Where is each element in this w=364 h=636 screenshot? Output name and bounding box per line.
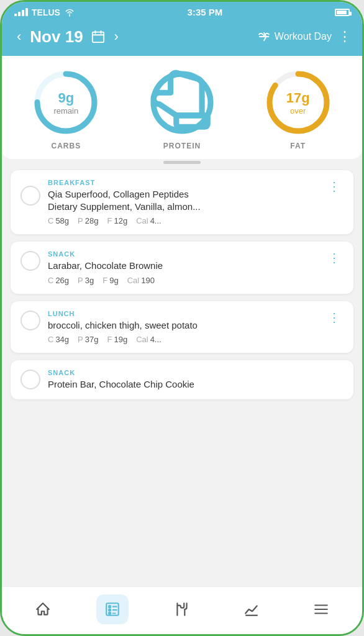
header-nav: ‹ Nov 19 › Workout Day ⋮ bbox=[2, 21, 362, 56]
current-date: Nov 19 bbox=[30, 27, 83, 47]
log-icon bbox=[104, 601, 121, 617]
lunch-card: LUNCH broccoli, chicken thigh, sweet pot… bbox=[11, 301, 353, 353]
battery-icon bbox=[335, 9, 350, 16]
breakfast-info: BREAKFAST Qia Superfood, Collagen Peptid… bbox=[48, 179, 318, 212]
breakfast-type: BREAKFAST bbox=[48, 179, 318, 186]
workout-day-text: Workout Day bbox=[275, 31, 332, 42]
breakfast-fat: F 12g bbox=[107, 216, 127, 225]
svg-point-0 bbox=[69, 15, 70, 16]
next-day-button[interactable]: › bbox=[109, 26, 124, 47]
prev-day-button[interactable]: ‹ bbox=[12, 26, 26, 47]
snack1-protein: P 3g bbox=[78, 276, 94, 285]
workout-day-label: Workout Day bbox=[257, 31, 332, 42]
lunch-menu-button[interactable]: ⋮ bbox=[325, 310, 344, 325]
svg-point-10 bbox=[109, 609, 111, 611]
lunch-name: broccoli, chicken thigh, sweet potato bbox=[48, 319, 318, 332]
breakfast-macros: C 58g P 28g F 12g Cal 4... bbox=[20, 216, 344, 225]
carbs-value-inner: 9g remain bbox=[53, 90, 78, 116]
phone-frame: TELUS 3:35 PM ‹ Nov 19 › bbox=[0, 0, 364, 636]
bottom-nav bbox=[2, 586, 362, 634]
carbs-macro: 9g remain CARBS bbox=[32, 68, 100, 150]
signal-bars bbox=[14, 8, 28, 16]
food-icon bbox=[174, 601, 190, 617]
progress-nav-button[interactable] bbox=[235, 594, 268, 624]
snack2-check[interactable] bbox=[20, 370, 40, 389]
wifi-icon bbox=[64, 8, 75, 17]
snack1-macros: C 26g P 3g F 9g Cal 190 bbox=[20, 276, 344, 285]
breakfast-menu-button[interactable]: ⋮ bbox=[325, 179, 344, 194]
carrier-label: TELUS bbox=[32, 7, 60, 17]
snack1-type: SNACK bbox=[48, 250, 318, 258]
breakfast-protein: P 28g bbox=[78, 216, 98, 225]
carbs-sub: remain bbox=[53, 106, 78, 116]
snack1-cal: Cal 190 bbox=[127, 276, 155, 285]
protein-label: PROTEIN bbox=[163, 142, 201, 150]
protein-macro: PROTEIN bbox=[148, 68, 216, 150]
more-menu-button[interactable]: ⋮ bbox=[338, 29, 352, 45]
lunch-type: LUNCH bbox=[48, 310, 318, 317]
breakfast-cal: Cal 4... bbox=[136, 216, 162, 225]
carbs-label: CARBS bbox=[51, 142, 81, 150]
lunch-macros: C 34g P 37g F 19g Cal 4... bbox=[20, 335, 344, 344]
signal-bar-1 bbox=[14, 14, 17, 16]
snack1-carbs: C 26g bbox=[48, 276, 69, 285]
carbs-value: 9g bbox=[53, 90, 78, 106]
status-left: TELUS bbox=[14, 7, 75, 17]
snack1-card: SNACK Larabar, Chocolate Brownie ⋮ C 26g… bbox=[11, 242, 353, 294]
snack1-header: SNACK Larabar, Chocolate Brownie ⋮ bbox=[20, 250, 344, 272]
carbs-circle: 9g remain bbox=[32, 68, 100, 137]
thumbs-up-icon bbox=[148, 67, 216, 135]
lunch-header: LUNCH broccoli, chicken thigh, sweet pot… bbox=[20, 310, 344, 332]
lunch-protein: P 37g bbox=[78, 335, 98, 344]
snack1-menu-button[interactable]: ⋮ bbox=[325, 250, 344, 265]
fat-value: 17g bbox=[286, 90, 310, 106]
snack2-name: Protein Bar, Chocolate Chip Cookie bbox=[48, 378, 344, 391]
log-nav-button[interactable] bbox=[96, 594, 129, 624]
fat-circle: 17g over bbox=[264, 68, 332, 137]
breakfast-name: Qia Superfood, Collagen PeptidesDietary … bbox=[48, 188, 318, 212]
snack1-info: SNACK Larabar, Chocolate Brownie bbox=[48, 250, 318, 272]
lunch-info: LUNCH broccoli, chicken thigh, sweet pot… bbox=[48, 310, 318, 332]
home-nav-button[interactable] bbox=[27, 594, 59, 624]
progress-icon bbox=[243, 601, 260, 617]
svg-point-11 bbox=[109, 612, 111, 614]
home-icon bbox=[35, 601, 51, 617]
lunch-cal: Cal 4... bbox=[136, 335, 162, 344]
breakfast-header: BREAKFAST Qia Superfood, Collagen Peptid… bbox=[20, 179, 344, 212]
snack1-check[interactable] bbox=[20, 251, 40, 271]
snack2-info: SNACK Protein Bar, Chocolate Chip Cookie bbox=[48, 369, 344, 391]
fat-label: FAT bbox=[290, 142, 306, 150]
snack2-type: SNACK bbox=[48, 369, 344, 376]
lunch-check[interactable] bbox=[20, 311, 40, 330]
food-nav-button[interactable] bbox=[166, 594, 198, 624]
header-right: Workout Day ⋮ bbox=[257, 29, 352, 45]
breakfast-check[interactable] bbox=[20, 186, 40, 206]
signal-bar-2 bbox=[18, 12, 20, 16]
scroll-tab bbox=[163, 161, 201, 164]
signal-bar-4 bbox=[25, 8, 28, 16]
calendar-icon[interactable] bbox=[91, 30, 106, 43]
breakfast-card: BREAKFAST Qia Superfood, Collagen Peptid… bbox=[11, 170, 353, 234]
status-time: 3:35 PM bbox=[188, 7, 223, 17]
signal-bar-3 bbox=[22, 10, 24, 16]
lunch-fat: F 19g bbox=[107, 335, 127, 344]
fat-value-inner: 17g over bbox=[286, 90, 310, 116]
menu-nav-button[interactable] bbox=[305, 594, 337, 624]
breakfast-carbs: C 58g bbox=[48, 216, 69, 225]
snack1-name: Larabar, Chocolate Brownie bbox=[48, 260, 318, 272]
workout-icon bbox=[257, 31, 271, 42]
fat-macro: 17g over FAT bbox=[264, 68, 332, 150]
snack1-fat: F 9g bbox=[102, 276, 118, 285]
meal-list: BREAKFAST Qia Superfood, Collagen Peptid… bbox=[2, 159, 362, 586]
protein-thumb-inner bbox=[148, 67, 216, 138]
svg-rect-1 bbox=[92, 32, 103, 42]
status-bar: TELUS 3:35 PM bbox=[2, 2, 362, 21]
snack2-card: SNACK Protein Bar, Chocolate Chip Cookie bbox=[11, 360, 353, 399]
lunch-carbs: C 34g bbox=[48, 335, 69, 344]
macros-section: 9g remain CARBS bbox=[2, 56, 362, 159]
svg-point-9 bbox=[109, 606, 111, 607]
fat-sub: over bbox=[286, 106, 310, 116]
menu-icon bbox=[313, 601, 329, 617]
snack2-header: SNACK Protein Bar, Chocolate Chip Cookie bbox=[20, 369, 344, 391]
status-right bbox=[335, 9, 350, 16]
